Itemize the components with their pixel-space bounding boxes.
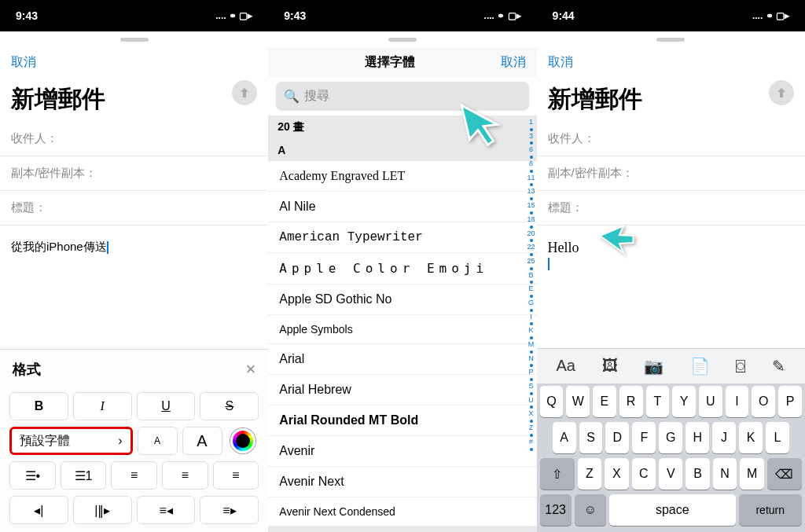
number-key[interactable]: 123 <box>540 494 572 526</box>
list-bullet-button[interactable]: ☰• <box>9 461 56 490</box>
key-z[interactable]: Z <box>578 458 601 490</box>
cc-field[interactable]: 副本/密件副本： <box>0 156 268 191</box>
to-field[interactable]: 收件人： <box>537 122 805 156</box>
index-item[interactable]: E <box>529 284 534 294</box>
index-item[interactable]: 6 <box>529 145 533 155</box>
index-item[interactable]: 11 <box>527 174 535 183</box>
font-item[interactable]: Arial <box>268 344 536 375</box>
font-item[interactable]: Avenir Next <box>268 467 536 497</box>
font-item[interactable]: American Typewriter <box>268 222 536 253</box>
font-item[interactable]: Arial Rounded MT Bold <box>268 405 536 436</box>
document-icon[interactable]: 📄 <box>690 357 710 376</box>
font-item[interactable]: Al Nile <box>268 192 536 222</box>
default-font-button[interactable]: 預設字體 › <box>9 427 133 455</box>
key-c[interactable]: C <box>632 458 656 490</box>
sheet-handle[interactable] <box>388 38 417 42</box>
cancel-button[interactable]: 取消 <box>501 54 526 71</box>
photo-library-icon[interactable]: 🖼 <box>602 357 618 376</box>
font-larger-button[interactable]: A <box>182 427 222 455</box>
body-area[interactable]: 從我的iPhone傳送 <box>0 226 268 269</box>
emoji-key[interactable]: ☺ <box>575 494 606 526</box>
key-s[interactable]: S <box>579 422 603 453</box>
underline-button[interactable]: U <box>137 392 196 420</box>
font-smaller-button[interactable]: A <box>138 427 178 455</box>
indent-button[interactable]: |‖▸ <box>73 496 132 524</box>
send-button[interactable] <box>769 80 794 105</box>
shift-key[interactable]: ⇧ <box>540 458 575 490</box>
cancel-button[interactable]: 取消 <box>548 54 573 71</box>
index-item[interactable]: 8 <box>529 160 533 169</box>
quote-increase-button[interactable]: ≡▸ <box>200 496 259 524</box>
key-a[interactable]: A <box>553 422 576 453</box>
key-l[interactable]: L <box>766 422 789 453</box>
key-d[interactable]: D <box>605 422 629 453</box>
key-v[interactable]: V <box>659 458 682 490</box>
key-k[interactable]: K <box>739 422 763 453</box>
font-item[interactable]: Avenir <box>268 436 536 467</box>
index-item[interactable]: 22 <box>527 243 535 252</box>
key-u[interactable]: U <box>699 386 722 417</box>
index-item[interactable]: 13 <box>527 187 535 196</box>
space-key[interactable]: space <box>609 494 736 526</box>
index-item[interactable]: 20 <box>527 229 535 239</box>
key-f[interactable]: F <box>632 422 656 453</box>
key-n[interactable]: N <box>713 458 737 490</box>
key-y[interactable]: Y <box>672 386 696 417</box>
cancel-button[interactable]: 取消 <box>11 54 36 71</box>
font-item[interactable]: Avenir Next Condensed <box>268 497 536 526</box>
subject-field[interactable]: 標題： <box>537 191 805 226</box>
camera-icon[interactable]: 📷 <box>644 357 663 376</box>
index-item[interactable]: G <box>528 299 534 308</box>
index-item[interactable]: M <box>528 340 535 350</box>
index-rail[interactable]: 136811131518202225BEGIKMNPSUXZ# <box>527 118 535 452</box>
key-e[interactable]: E <box>593 386 616 417</box>
scan-icon[interactable]: ⌼ <box>736 357 745 376</box>
align-center-button[interactable]: ≡ <box>162 461 208 490</box>
key-j[interactable]: J <box>712 422 736 453</box>
key-t[interactable]: T <box>646 386 670 417</box>
close-icon[interactable]: × <box>245 359 255 380</box>
index-item[interactable]: 3 <box>529 132 533 141</box>
index-item[interactable]: # <box>529 438 533 447</box>
index-item[interactable]: B <box>529 271 534 281</box>
cc-field[interactable]: 副本/密件副本： <box>537 156 805 191</box>
key-w[interactable]: W <box>566 386 590 417</box>
index-item[interactable]: 25 <box>527 257 535 266</box>
index-item[interactable]: N <box>528 354 534 364</box>
backspace-key[interactable]: ⌫ <box>767 458 802 490</box>
index-item[interactable]: X <box>529 409 534 419</box>
align-right-button[interactable]: ≡ <box>213 461 259 490</box>
key-g[interactable]: G <box>659 422 682 453</box>
align-left-button[interactable]: ≡ <box>111 461 157 490</box>
key-m[interactable]: M <box>740 458 763 490</box>
quote-decrease-button[interactable]: ≡◂ <box>137 496 196 524</box>
index-item[interactable]: 15 <box>527 201 535 211</box>
key-h[interactable]: H <box>686 422 709 453</box>
return-key[interactable]: return <box>739 494 802 526</box>
sheet-handle[interactable] <box>656 38 685 42</box>
to-field[interactable]: 收件人： <box>0 122 268 156</box>
subject-field[interactable]: 標題： <box>0 191 268 226</box>
font-item[interactable]: Apple SD Gothic No <box>268 284 536 315</box>
key-r[interactable]: R <box>619 386 643 417</box>
index-item[interactable]: 18 <box>527 215 535 225</box>
key-b[interactable]: B <box>686 458 709 490</box>
key-q[interactable]: Q <box>540 386 564 417</box>
sheet-handle[interactable] <box>120 38 149 42</box>
key-o[interactable]: O <box>752 386 775 417</box>
color-picker-button[interactable] <box>227 427 259 455</box>
index-item[interactable]: S <box>529 382 534 391</box>
index-item[interactable]: K <box>529 326 534 336</box>
key-x[interactable]: X <box>605 458 628 490</box>
key-i[interactable]: I <box>726 386 749 417</box>
font-item[interactable]: Apple Color Emoji <box>268 253 536 284</box>
index-item[interactable]: 1 <box>529 118 533 127</box>
index-item[interactable]: U <box>528 396 534 405</box>
font-item[interactable]: Academy Engraved LET <box>268 161 536 192</box>
outdent-button[interactable]: ◂| <box>9 496 68 524</box>
body-area[interactable]: Hello <box>537 226 805 284</box>
list-number-button[interactable]: ☰1 <box>61 461 107 490</box>
key-p[interactable]: P <box>778 386 802 417</box>
font-item[interactable]: Apple Symbols <box>268 315 536 344</box>
bold-button[interactable]: B <box>9 392 68 420</box>
